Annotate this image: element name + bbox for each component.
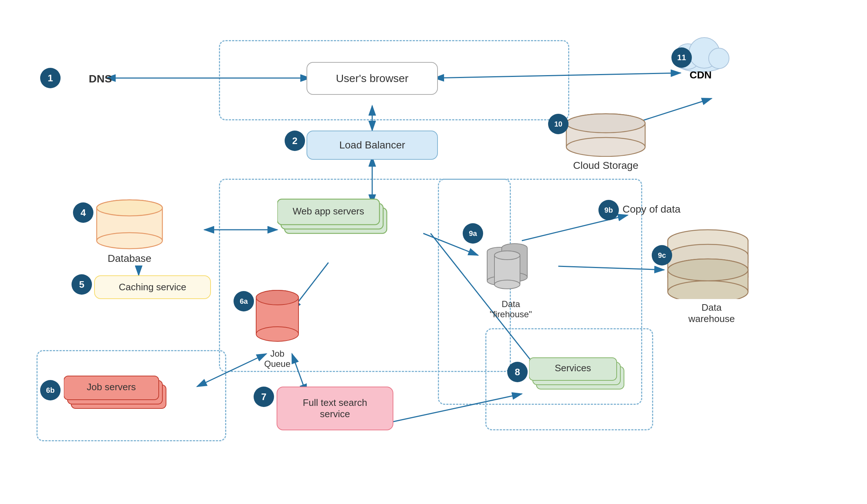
svg-point-26 [97,200,162,216]
jobqueue-cylinder-icon [254,287,301,346]
svg-text:Services: Services [555,363,591,373]
jobqueue-label: JobQueue [264,349,290,369]
caching-box: Caching service [94,275,211,299]
svg-point-36 [256,290,298,305]
jobqueue-wrap: JobQueue [254,287,301,369]
badge-caching: 5 [72,274,92,295]
badge-copyofdata: 9b [598,200,619,220]
webapp-wrap: Web app servers [277,190,394,255]
datafirehouse-label: Data"firehouse" [490,299,532,319]
browser-box: User's browser [307,62,438,95]
svg-point-59 [494,280,520,289]
badge-cloudstorage: 10 [548,114,569,134]
badge-dns: 1 [40,68,61,88]
svg-point-81 [566,137,645,156]
database-cylinder-icon [93,199,166,250]
copyofdata-label: Copy of data [623,203,681,215]
svg-point-76 [668,259,748,281]
cloudstorage-cylinder-icon [562,113,650,157]
jobservers-wrap: Job servers [64,368,173,423]
svg-point-20 [709,48,729,69]
database-label: Database [108,253,151,264]
svg-point-75 [668,281,748,299]
dns-label: DNS [64,68,137,90]
svg-point-25 [97,233,162,249]
cloudstorage-wrap: Cloud Storage [562,113,650,171]
svg-text:Web app servers: Web app servers [293,206,364,217]
services-wrap: Services [529,350,631,405]
datafirehouse-icon [474,230,547,303]
badge-jobqueue: 6a [234,291,254,311]
badge-loadbalancer: 2 [285,131,305,151]
jobservers-stack-icon: Job servers [64,368,173,423]
webapp-stack-icon: Web app servers [277,190,394,255]
loadbalancer-box: Load Balancer [307,131,438,160]
cdn-label: CDN [690,69,712,81]
diagram-container: 1 DNS User's browser CDN 11 2 Load Balan… [0,0,867,504]
datawarehouse-icon [664,219,759,299]
badge-cdn: 11 [671,47,692,68]
svg-point-60 [494,251,520,260]
svg-point-82 [566,114,645,133]
badge-datafirehouse: 9a [463,223,483,244]
badge-services: 8 [507,362,528,382]
svg-point-35 [256,327,298,341]
badge-jobservers: 6b [40,380,61,400]
services-stack-icon: Services [529,350,631,405]
database-wrap: Database [93,199,166,264]
datafirehouse-wrap: Data"firehouse" [474,230,547,319]
cloudstorage-label: Cloud Storage [573,160,638,171]
fulltextsearch-box: Full text searchservice [277,387,393,430]
badge-database: 4 [73,202,93,223]
datawarehouse-wrap: Datawarehouse [664,219,759,325]
badge-datawarehouse: 9c [652,245,672,265]
datawarehouse-label: Datawarehouse [688,302,735,325]
badge-fulltextsearch: 7 [254,387,274,407]
svg-text:Job servers: Job servers [87,381,136,392]
